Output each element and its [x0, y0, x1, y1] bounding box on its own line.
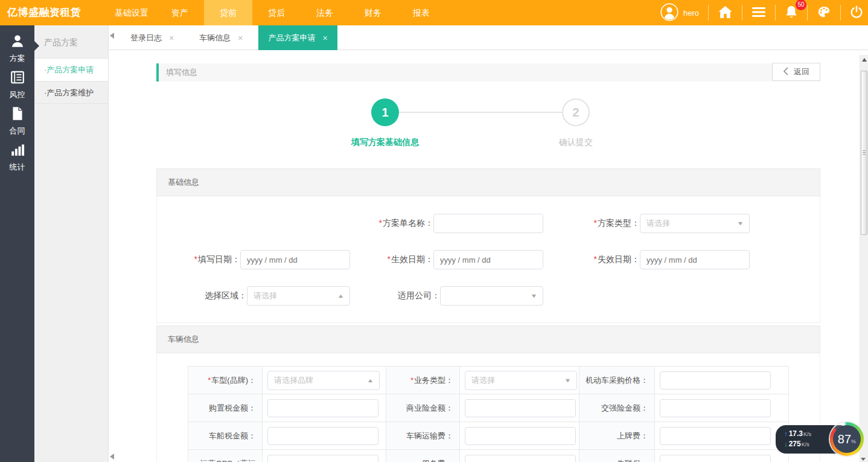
effective-date-input[interactable]	[433, 250, 543, 269]
table-row: 购置税金额： 商业险金额： 交强险金额：	[188, 394, 789, 422]
theme-button[interactable]	[817, 5, 831, 21]
top-menu-item-assets[interactable]: 资产	[156, 0, 204, 25]
tab-login-log[interactable]: 登录日志 ×	[121, 25, 183, 50]
back-button[interactable]: 返回	[772, 63, 820, 81]
tab-vehicle-info[interactable]: 车辆信息 ×	[190, 25, 252, 50]
top-menu-item-finance[interactable]: 财务	[349, 0, 397, 25]
field-cell: 请选择 ▼	[460, 367, 579, 394]
tab-label: 车辆信息	[199, 33, 231, 43]
company-select[interactable]: ▼	[440, 286, 543, 306]
submenu-item-plan-apply[interactable]: ·产品方案申请	[34, 58, 108, 81]
sidebar-item-label: 统计	[10, 162, 25, 173]
form-row: *方案单名称： *方案类型： 请选择 ▼	[157, 205, 820, 242]
sidebar: 方案 风控 合同 统计	[0, 25, 34, 462]
vehicle-vessel-tax-input[interactable]	[267, 427, 378, 445]
required-asterisk: *	[208, 376, 211, 385]
user-name: hero	[683, 8, 699, 18]
scroll-up-button[interactable]	[860, 55, 868, 65]
field-label: *失效日期：	[543, 254, 640, 265]
vehicle-brand-select[interactable]: 请选择品牌 ▲	[267, 371, 380, 390]
avatar-icon	[660, 3, 678, 23]
sidebar-item-label: 风控	[10, 89, 25, 100]
sidebar-item-risk[interactable]: 风控	[0, 66, 34, 103]
select-value: 请选择品牌	[274, 375, 313, 386]
chevron-down-icon: ▼	[531, 293, 538, 299]
close-icon[interactable]: ×	[322, 33, 327, 43]
close-icon[interactable]: ×	[169, 33, 174, 43]
gps-fee-input[interactable]	[267, 455, 378, 462]
top-menu-item-pre-loan[interactable]: 贷前	[204, 0, 252, 25]
license-plate-fee-input[interactable]	[660, 427, 771, 445]
field-cell	[655, 450, 789, 462]
step-2-label: 确认提交	[509, 137, 642, 148]
sidebar-item-statistics[interactable]: 统计	[0, 139, 34, 175]
tab-product-plan-apply[interactable]: 产品方案申请 ×	[258, 25, 337, 50]
field-label: 车船税金额：	[188, 422, 263, 450]
purchase-tax-input[interactable]	[267, 399, 378, 417]
gauge-face: 87%	[833, 425, 861, 453]
expiry-date-input[interactable]	[640, 250, 750, 269]
required-asterisk: *	[594, 254, 597, 264]
commercial-insurance-input[interactable]	[465, 399, 576, 417]
vehicle-transport-fee-input[interactable]	[465, 427, 576, 445]
sidebar-collapse-arrow-icon[interactable]	[110, 454, 114, 460]
field-label: 服务费：	[386, 450, 460, 462]
hamburger-icon	[752, 7, 766, 19]
field-company: 适用公司： ▼	[350, 286, 543, 306]
plan-type-select[interactable]: 请选择 ▼	[640, 214, 750, 233]
usage-gauge[interactable]: 87%	[830, 422, 864, 456]
widget-caret-icon[interactable]	[861, 458, 866, 461]
section-header: 基础信息	[156, 168, 820, 196]
region-select[interactable]: 请选择 ▲	[247, 286, 350, 306]
sidebar-item-label: 方案	[10, 53, 25, 64]
service-fee-input[interactable]	[465, 455, 576, 462]
download-speed-value: 275	[789, 440, 801, 448]
fill-date-input[interactable]	[240, 250, 350, 269]
insurance-fee-input[interactable]	[660, 455, 771, 462]
top-menu-item-legal[interactable]: 法务	[301, 0, 349, 25]
form-row: 选择区域： 请选择 ▲ 适用公司：	[157, 278, 820, 314]
sidebar-item-contract[interactable]: 合同	[0, 103, 34, 139]
back-button-label: 返回	[794, 66, 809, 77]
download-arrow-icon: ↓	[784, 440, 788, 448]
field-label: *方案类型：	[543, 218, 640, 229]
form-icon	[10, 69, 25, 87]
top-menu-item-basic-settings[interactable]: 基础设置	[107, 0, 156, 25]
field-label: 选择区域：	[157, 290, 247, 301]
select-value: 请选择	[254, 290, 277, 301]
plan-name-input[interactable]	[433, 214, 543, 233]
sidebar-item-plan[interactable]: 方案	[0, 30, 34, 66]
basic-info-section: 基础信息 *方案单名称： *方案类型：	[156, 168, 820, 323]
required-asterisk: *	[410, 376, 413, 385]
content-area: 填写信息 返回 1 2 填写方案基础信息	[109, 50, 868, 462]
upload-speed-unit: K/s	[803, 431, 811, 438]
field-cell: 请选择品牌 ▲	[263, 367, 386, 394]
field-cell	[655, 422, 789, 450]
business-type-select[interactable]: 请选择 ▼	[465, 371, 577, 390]
vehicle-purchase-price-input[interactable]	[660, 371, 771, 390]
home-button[interactable]	[718, 5, 733, 21]
notifications-button[interactable]: 50	[785, 5, 798, 21]
select-value: 请选择	[471, 375, 495, 386]
field-label: *生效日期：	[350, 254, 433, 265]
user-menu[interactable]: hero	[660, 3, 699, 23]
vertical-scrollbar[interactable]	[860, 55, 868, 462]
field-label: 失联保：	[579, 450, 655, 462]
top-menu-item-reports[interactable]: 报表	[397, 0, 445, 25]
user-icon	[10, 33, 25, 51]
main-area: 登录日志 × 车辆信息 × 产品方案申请 × 填写信	[109, 25, 868, 462]
top-menu-item-post-loan[interactable]: 贷后	[252, 0, 301, 25]
tab-bar: 登录日志 × 车辆信息 × 产品方案申请 ×	[109, 25, 868, 50]
logout-button[interactable]	[850, 5, 863, 21]
sidebar-collapse-arrow-icon[interactable]	[110, 33, 114, 39]
menu-toggle-button[interactable]	[752, 7, 766, 19]
close-icon[interactable]: ×	[238, 33, 243, 43]
scrollbar-thumb[interactable]	[861, 71, 867, 235]
basic-info-form: *方案单名称： *方案类型： 请选择 ▼	[156, 196, 820, 323]
required-asterisk: *	[594, 218, 597, 228]
power-icon	[850, 5, 863, 21]
divider	[840, 5, 841, 21]
submenu-item-plan-maintain[interactable]: ·产品方案维护	[34, 81, 108, 104]
compulsory-insurance-input[interactable]	[660, 399, 771, 417]
table-row: *车型(品牌)： 请选择品牌 ▲ *业务类型：	[188, 367, 789, 394]
